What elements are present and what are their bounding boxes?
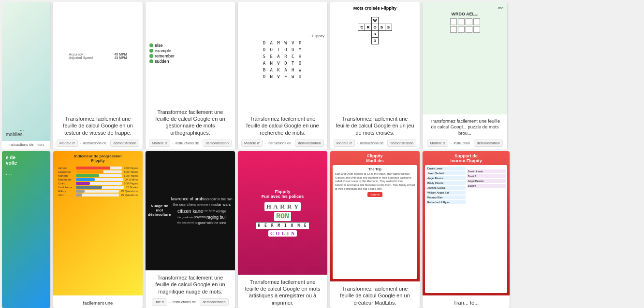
tournament-description: Tran... fe... bbox=[454, 300, 479, 306]
card-partial-r1: ...mobiles. instructions de tion bbox=[2, 2, 50, 149]
wordsearch-demo-btn[interactable]: démonstration bbox=[295, 140, 324, 147]
card-funfonts: FlippityFun avec les polices H A R R Y R… bbox=[238, 151, 327, 308]
wordsearch-model-btn[interactable]: Modèle d' bbox=[241, 140, 263, 147]
card-wordpuzzle: ...mc WRDO AEL... bbox=[423, 2, 507, 149]
card-wordsearch-title: Transformez facilement une feuille de ca… bbox=[238, 112, 327, 138]
crossword-grid-container: W 'C R O S S bbox=[358, 17, 392, 44]
sep4: - bbox=[357, 141, 358, 145]
progress-card-text: facilement une bbox=[53, 295, 143, 308]
funfonts-title-header: FlippityFun avec les polices bbox=[262, 189, 304, 199]
wordcloud-words: lawrence of arabia singin' in the rain t… bbox=[171, 196, 233, 225]
card-partial-r2: e devolte · · · bbox=[2, 151, 50, 308]
instructions-label-p1: instructions de bbox=[9, 142, 34, 147]
tournament-player-3r: Angel Pearce bbox=[467, 179, 506, 183]
madlibs-story-title: The Trip bbox=[335, 168, 415, 171]
ortho-demo-btn[interactable]: démonstration bbox=[203, 140, 232, 147]
card-crossword-footer: Modèle d' - instructions de démonstratio… bbox=[330, 138, 420, 149]
tournament-player-2l: Jared Garfield bbox=[426, 171, 466, 175]
progress-title: Indicateur de progressionFlippity bbox=[56, 154, 140, 163]
sep6: - bbox=[169, 300, 171, 304]
wordcloud-title: Nuage de mot désinvolture bbox=[148, 204, 171, 217]
card-ortho: else example remember sudden Transformez… bbox=[146, 2, 235, 149]
tournament-player-6l: William Angus Zak bbox=[426, 191, 466, 195]
typing-stat-row2: Adjusted Speed 43 MPM bbox=[69, 56, 127, 59]
wordcloud-model-btn[interactable]: ·ble d' bbox=[152, 298, 167, 306]
funfonts-colin: C O L I N bbox=[268, 230, 297, 237]
crossword-model-btn[interactable]: Modèle d' bbox=[334, 140, 355, 147]
progress-desc: facilement une bbox=[83, 300, 113, 306]
ortho-description: Transformez facilement une feuille de ca… bbox=[155, 109, 225, 136]
madlibs-description: Transformez facilement une feuille de ca… bbox=[340, 286, 410, 306]
tournament-player-7l: Rodney Blair bbox=[426, 196, 466, 199]
funfonts-desc: Transformez facilement une feuille de ca… bbox=[238, 275, 327, 308]
typing-wpm1: 45 MPM bbox=[114, 53, 127, 56]
madlibs-header: FlippityMadLibs bbox=[333, 154, 417, 163]
puzzle-header: ...mc bbox=[495, 6, 503, 10]
wordsearch-grid: D A M W V P D O T O U M S E A R C H A N … bbox=[263, 40, 303, 80]
ortho-model-btn[interactable]: Modèle d' bbox=[149, 140, 170, 147]
typing-instructions: instructions de bbox=[83, 141, 106, 145]
puzzle-demo-btn[interactable]: démonstration bbox=[474, 140, 503, 147]
puzzle-grid bbox=[450, 18, 480, 33]
ortho-word-3: remember bbox=[155, 54, 175, 58]
card-wordsearch: ... Flippity D A M W V P D O T O U M S E… bbox=[238, 2, 327, 149]
card-madlibs: FlippityMadLibs The Trip Sam and Omar de… bbox=[330, 151, 420, 308]
typing-model-btn[interactable]: Modèle d' bbox=[57, 140, 78, 147]
wordcloud-desc: Transformez facilement une feuille de ca… bbox=[146, 270, 235, 297]
tournament-player-4l: Brady Pearce bbox=[426, 181, 466, 185]
card-typing-footer: Modèle d' - instructions de démonstratio… bbox=[53, 138, 143, 149]
typing-label2: Adjusted Speed bbox=[69, 56, 93, 59]
card-progress: Indicateur de progressionFlippity James3… bbox=[53, 151, 143, 308]
puzzle-model-btn[interactable]: Modèle d' bbox=[427, 140, 448, 147]
tournament-left-column: Dustin Lewis Jared Garfield Angel Pearce… bbox=[426, 167, 466, 292]
funfonts-description: Transformez facilement une feuille de ca… bbox=[245, 279, 321, 306]
wordsearch-header: ... Flippity bbox=[308, 34, 324, 38]
card-puzzle-title: Transformez facilement une feuille de ca… bbox=[423, 114, 507, 138]
wordcloud-description: Transformez facilement une feuille de ca… bbox=[155, 275, 225, 294]
typing-description: Transformez facilement une feuille de ca… bbox=[63, 116, 132, 136]
madlibs-content: The Trip Sam and Omar decided to Go to t… bbox=[333, 165, 417, 279]
demo-label-p1: tion bbox=[37, 142, 44, 147]
card-crossword-title: Transformez facilement une feuille de ca… bbox=[330, 112, 420, 138]
tournament-player-5l: JoAnna Garcia bbox=[426, 186, 466, 190]
card-typing: Accuracy 45 MPM Adjusted Speed 43 MPM Tr… bbox=[53, 2, 143, 149]
wordcloud-footer: ·ble d' - instructions de démonstration bbox=[146, 297, 235, 308]
ortho-circle-4 bbox=[149, 59, 153, 63]
madlibs-desc: Transformez facilement une feuille de ca… bbox=[330, 281, 420, 308]
ortho-instructions: instructions de bbox=[176, 141, 199, 145]
wordcloud-instructions: instructions de bbox=[173, 300, 196, 304]
card-tournament: Support detournoi Flippity Dustin Lewis … bbox=[423, 151, 510, 308]
ortho-word-1: else bbox=[155, 43, 163, 48]
partial-text-r2: e devolte bbox=[6, 155, 17, 166]
ortho-word-2: example bbox=[155, 48, 171, 53]
wordsearch-instructions: instructions de bbox=[268, 141, 291, 145]
madlibs-submit-btn: Submit bbox=[367, 192, 382, 197]
typing-demo-btn[interactable]: démonstration bbox=[110, 140, 139, 147]
ortho-circle-1 bbox=[149, 43, 153, 47]
wordcloud-demo-btn[interactable]: démonstration bbox=[200, 298, 229, 306]
card-puzzle-footer: Modèle d' - instruction démonstration bbox=[423, 138, 507, 149]
typing-stat-row1: Accuracy 45 MPM bbox=[69, 53, 127, 56]
tournament-header: Support detournoi Flippity bbox=[425, 154, 507, 163]
tournament-player-2r: Dustin! bbox=[467, 174, 506, 178]
crossword-demo-btn[interactable]: démonstration bbox=[387, 140, 416, 147]
tournament-player-4r: Dustin! bbox=[467, 184, 506, 188]
funfonts-hermione: H E R M I O N E bbox=[256, 222, 309, 229]
partial-text-r1: ...mobiles. bbox=[6, 126, 24, 137]
crossword-instructions: instructions de bbox=[360, 141, 383, 145]
card-footer-partial-r1: instructions de tion bbox=[2, 141, 50, 149]
tournament-right-column: Dustin Lewis Dustin! Angel Pearce Dustin… bbox=[467, 167, 506, 292]
puzzle-description: Transformez facilement une feuille de ca… bbox=[430, 118, 500, 136]
progress-bars: James300 Pages Lawrence800 Pages Mariam6… bbox=[56, 165, 140, 199]
ortho-preview: else example remember sudden bbox=[149, 42, 175, 64]
sep3: - bbox=[264, 141, 266, 145]
typing-wpm2: 43 MPM bbox=[114, 56, 127, 59]
funfonts-words: H A R R Y RON H E R M I O N E C O L I N bbox=[256, 202, 309, 237]
funfonts-ron: RON bbox=[274, 212, 291, 221]
crossword-description: Transformez facilement une feuille de ca… bbox=[336, 116, 414, 136]
madlibs-text: Sam and Omar decided to Go to the Moon. … bbox=[335, 172, 415, 191]
tournament-content: Dustin Lewis Jared Garfield Angel Pearce… bbox=[425, 165, 507, 293]
puzzle-top-text: WRDO AEL... bbox=[451, 12, 478, 16]
partial-dots: · · · bbox=[6, 169, 13, 178]
card-crossword: Mots croisés Flippity W bbox=[330, 2, 420, 149]
